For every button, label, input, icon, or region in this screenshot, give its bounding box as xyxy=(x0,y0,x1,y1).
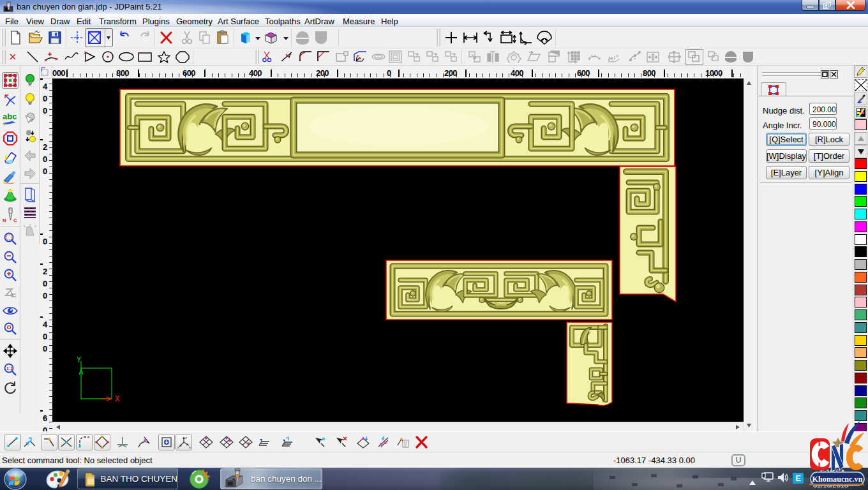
svg-text:N: N xyxy=(3,218,6,223)
svg-text:z: z xyxy=(185,436,187,440)
svg-text:X: X xyxy=(115,395,119,404)
svg-text:1:1: 1:1 xyxy=(6,366,13,371)
svg-text:abc: abc xyxy=(3,112,17,121)
svg-text:Khomaucnc.vn: Khomaucnc.vn xyxy=(812,475,863,484)
svg-text:v: v xyxy=(177,445,179,449)
svg-text:Y: Y xyxy=(77,356,81,365)
svg-text:x: x xyxy=(189,445,191,449)
svg-text:C: C xyxy=(13,218,17,223)
